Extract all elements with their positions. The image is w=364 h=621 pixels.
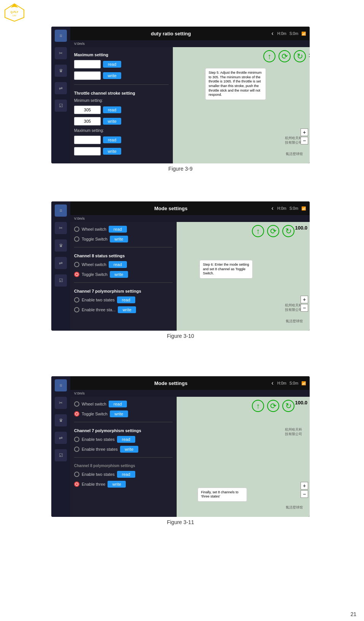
wheel-switch-read-btn[interactable]: read — [109, 226, 127, 233]
wheel-switch-read-btn-2[interactable]: read — [109, 261, 127, 268]
sidebar-icon-fig11-4[interactable]: ☑ — [55, 449, 67, 461]
max-write-btn[interactable]: write — [103, 72, 121, 79]
enable-two-label-1: Enable two states — [82, 298, 115, 302]
sidebar-icon-3[interactable]: ⇌ — [55, 82, 67, 94]
min-setting-label: Minimum setting: — [74, 98, 169, 103]
toggle-switch-write-btn-2[interactable]: write — [110, 271, 128, 278]
wheel-switch-radio-fig11[interactable] — [74, 401, 79, 407]
toggle-switch-write-fig11[interactable]: write — [110, 410, 128, 417]
logo: Q-FLY UAV — [3, 3, 26, 22]
ch7-title: Channel 7 polymorphism settings — [74, 289, 173, 293]
sidebar-icon-fig10-3[interactable]: ⇌ — [55, 257, 67, 269]
max2-write-row: write — [74, 147, 169, 155]
sidebar-icon-fig11-3[interactable]: ⇌ — [55, 432, 67, 444]
enable-two-read-fig11-ch8[interactable]: read — [117, 471, 135, 478]
enable-three-radio-1[interactable] — [74, 307, 79, 312]
divider-fig10-1 — [74, 247, 173, 247]
enable-three-write-fig11-ch8[interactable]: write — [108, 481, 126, 488]
zoom-in[interactable]: + — [301, 128, 308, 136]
figure-3-11-container: ≡ ✂ ♛ ⇌ ☑ Mode settings ‹ H:0m S:0m 📶 V:… — [32, 376, 329, 525]
enable-two-radio-fig11-ch8[interactable] — [74, 472, 79, 477]
enable-three-write-btn-1[interactable]: write — [118, 306, 136, 313]
zoom-in-fig11[interactable]: + — [301, 482, 308, 490]
screenshot-fig11: ≡ ✂ ♛ ⇌ ☑ Mode settings ‹ H:0m S:0m 📶 V:… — [51, 376, 310, 517]
svg-text:UAV: UAV — [13, 14, 17, 17]
enable-three-radio-fig11-ch7[interactable] — [74, 447, 79, 452]
toggle-switch-row-1: Toggle Switch write — [74, 236, 173, 242]
figure-label-9: Figure 3-9 — [32, 166, 329, 172]
wheel-switch-read-fig11[interactable]: read — [109, 401, 127, 407]
main-panel-fig10: Mode settings ‹ H:0m S:0m 📶 V:0m/s Wheel… — [70, 201, 310, 331]
zoom-out-fig10[interactable]: − — [301, 304, 308, 312]
enable-three-label-fig11-ch8: Enable three — [82, 482, 105, 486]
map-text-fig11-3: 氧活壁球馆 — [286, 505, 303, 510]
sidebar-icon-0[interactable]: ≡ — [55, 30, 67, 42]
toggle-switch-write-btn-1[interactable]: write — [110, 236, 128, 242]
top-bar-fig11: Mode settings ‹ H:0m S:0m 📶 — [70, 376, 310, 390]
height-fig9: H:0m — [277, 32, 286, 36]
sidebar-icon-4[interactable]: ☑ — [55, 100, 67, 112]
toggle-switch-radio-1[interactable] — [74, 236, 79, 242]
map-area-fig10: ↑ ⟳ ↻ 100.0 Step 6: Enter the mode setti… — [177, 222, 310, 331]
back-btn-fig11[interactable]: ‹ — [271, 380, 273, 387]
back-btn-fig10[interactable]: ‹ — [271, 205, 273, 212]
min-read-btn[interactable]: read — [103, 106, 121, 113]
sidebar-icon-fig10-4[interactable]: ☑ — [55, 274, 67, 287]
max-read-input[interactable] — [74, 60, 101, 68]
toggle-switch-radio-fig11[interactable] — [74, 411, 79, 417]
max2-write-btn[interactable]: write — [103, 148, 121, 155]
sidebar-icon-1[interactable]: ✂ — [55, 47, 67, 59]
screenshot-fig10: ≡ ✂ ♛ ⇌ ☑ Mode settings ‹ H:0m S:0m 📶 V:… — [51, 201, 310, 331]
sidebar-icon-fig11-0[interactable]: ≡ — [55, 379, 67, 391]
min-write-input[interactable] — [74, 117, 101, 125]
wheel-switch-label-fig11: Wheel switch — [82, 402, 106, 406]
wifi-fig10: 📶 — [301, 206, 306, 211]
wheel-switch-row-1: Wheel switch read — [74, 226, 173, 233]
settings-left-fig10: Wheel switch read Toggle Switch write Ch… — [70, 222, 177, 331]
sidebar-icon-fig11-2[interactable]: ♛ — [55, 414, 67, 426]
sidebar-icon-fig10-0[interactable]: ≡ — [55, 204, 67, 217]
zoom-out-fig11[interactable]: − — [301, 490, 308, 498]
min-read-input[interactable] — [74, 106, 101, 114]
drone-rotate-fig10: ↻ — [282, 225, 294, 237]
h-fig10: H:0m — [277, 206, 286, 211]
enable-two-radio-1[interactable] — [74, 297, 79, 303]
sidebar-icon-fig11-1[interactable]: ✂ — [55, 397, 67, 409]
sidebar-icon-fig10-1[interactable]: ✂ — [55, 222, 67, 234]
max2-read-btn[interactable]: read — [103, 136, 121, 143]
sidebar-icon-2[interactable]: ♛ — [55, 65, 67, 77]
min-write-row: write — [74, 117, 169, 125]
settings-content-fig10: Wheel switch read Toggle Switch write Ch… — [70, 222, 310, 331]
wheel-switch-radio-2[interactable] — [74, 262, 79, 267]
v-fig10: V:0m/s — [74, 217, 85, 220]
toggle-switch-radio-2[interactable] — [74, 272, 79, 277]
enable-two-read-btn-1[interactable]: read — [117, 296, 135, 303]
max-write-input[interactable] — [74, 71, 101, 80]
zoom-out[interactable]: − — [301, 137, 308, 144]
sidebar-icon-fig10-2[interactable]: ♛ — [55, 239, 67, 252]
enable-three-row-fig11-ch8: Enable three write — [74, 481, 173, 488]
tooltip-fig10: Step 6: Enter the mode setting and set 8… — [199, 260, 253, 279]
drone-icon-spin: ⟳ — [279, 50, 291, 62]
map-bg-fig9: ↑ ⟳ ↻ 100.0 Step 5: Adjust the throttle … — [173, 47, 310, 163]
min-write-btn[interactable]: write — [103, 118, 121, 125]
enable-two-label-fig11: Enable two states — [82, 437, 115, 442]
map-bg-fig10: ↑ ⟳ ↻ 100.0 Step 6: Enter the mode setti… — [177, 222, 310, 331]
wheel-switch-radio-1[interactable] — [74, 227, 79, 232]
max2-write-input[interactable] — [74, 147, 101, 155]
settings-left-fig11: Wheel switch read Toggle Switch write Ch… — [70, 397, 177, 517]
drone-spin-fig11: ⟳ — [267, 400, 279, 412]
max-read-btn[interactable]: read — [103, 61, 121, 68]
enable-two-row-fig11: Enable two states read — [74, 436, 173, 443]
enable-two-radio-fig11[interactable] — [74, 437, 79, 442]
enable-three-radio-fig11-ch8[interactable] — [74, 482, 79, 487]
enable-two-read-fig11[interactable]: read — [117, 436, 135, 443]
enable-three-write-fig11-ch7[interactable]: write — [120, 446, 138, 453]
zoom-in-fig10[interactable]: + — [301, 296, 308, 303]
map-value-fig9: 100.0 — [309, 52, 310, 58]
back-btn-fig9[interactable]: ‹ — [271, 30, 273, 37]
drone-icon-rotate: ↻ — [294, 50, 306, 62]
topbar-right-fig9: H:0m S:0m 📶 — [277, 32, 306, 36]
max2-read-input[interactable] — [74, 136, 101, 144]
speed-fig9: S:0m — [290, 32, 298, 36]
